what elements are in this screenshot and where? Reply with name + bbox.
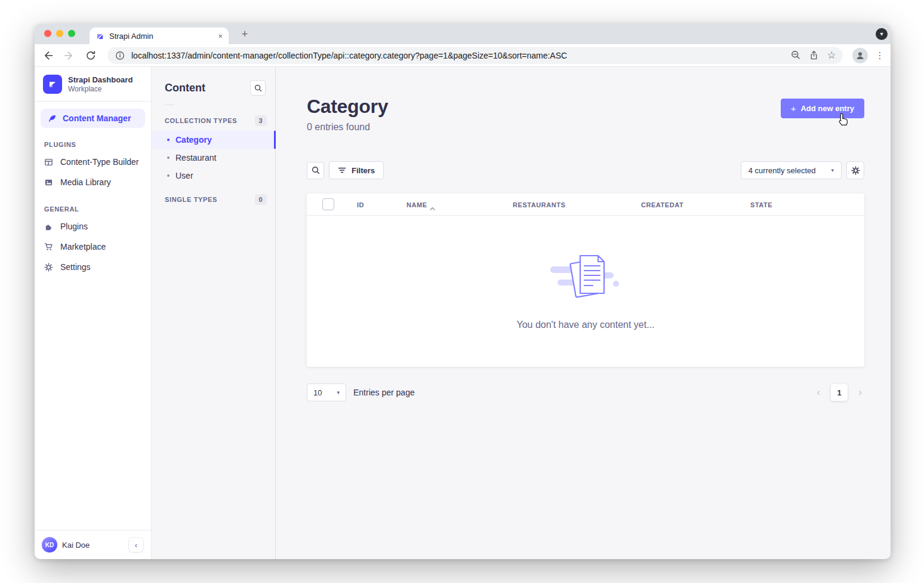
new-tab-button[interactable]: + <box>238 27 252 41</box>
filters-button[interactable]: Filters <box>329 161 384 179</box>
list-search-button[interactable] <box>307 162 324 179</box>
column-header-state[interactable]: STATE <box>750 201 772 208</box>
gear-icon <box>851 166 860 175</box>
sidebar-item-content-type-builder[interactable]: Content-Type Builder <box>35 152 151 172</box>
user-avatar: KD <box>42 537 57 553</box>
main-content: Category 0 entries found + Add new entry <box>276 67 891 559</box>
bullet-icon <box>167 139 170 141</box>
browser-tabstrip: Strapi Admin × + ▾ <box>35 24 891 44</box>
select-all-checkbox[interactable] <box>322 198 334 210</box>
filter-icon <box>338 166 346 174</box>
single-types-count-badge: 0 <box>255 194 267 205</box>
single-types-header: SINGLE TYPES 0 <box>152 194 275 205</box>
workspace-brand[interactable]: Strapi Dashboard Workplace <box>35 67 151 101</box>
user-name: Kai Doe <box>62 541 124 550</box>
browser-toolbar: localhost:1337/admin/content-manager/col… <box>35 44 891 67</box>
browser-window: Strapi Admin × + ▾ localhost:1337/admin/… <box>35 24 891 559</box>
puzzle-icon <box>44 222 53 231</box>
subnav-item-restaurant[interactable]: Restaurant <box>152 149 275 167</box>
sidebar-section-plugins: PLUGINS <box>35 128 151 152</box>
search-icon <box>312 166 320 174</box>
chevron-down-icon: ▾ <box>337 389 340 395</box>
pagination-bar: 10 ▾ Entries per page ‹ 1 › <box>307 383 864 401</box>
record-indicator-icon[interactable]: ▾ <box>876 28 888 40</box>
sidebar-section-general: GENERAL <box>35 192 151 216</box>
single-types-label: SINGLE TYPES <box>165 196 217 203</box>
browser-menu-icon[interactable]: ⋮ <box>875 50 885 61</box>
chevron-down-icon: ▾ <box>831 167 834 173</box>
columns-selected-value: 4 currently selected <box>749 166 816 175</box>
sidebar-item-plugins[interactable]: Plugins <box>35 216 151 237</box>
subnav-search-button[interactable] <box>250 80 266 96</box>
sidebar-item-label: Marketplace <box>60 242 106 251</box>
share-icon[interactable] <box>807 49 820 62</box>
sidebar-item-marketplace[interactable]: Marketplace <box>35 237 151 257</box>
back-button[interactable] <box>41 48 55 63</box>
address-bar[interactable]: localhost:1337/admin/content-manager/col… <box>107 47 843 64</box>
sidebar-item-label: Settings <box>60 262 91 272</box>
sidebar-item-settings[interactable]: Settings <box>35 257 151 277</box>
table-settings-button[interactable] <box>846 161 864 179</box>
column-header-createdat[interactable]: CREATEDAT <box>641 201 683 208</box>
strapi-favicon <box>96 32 104 41</box>
table-header-row: ID NAME RESTAURANTS CREATEDAT STATE <box>307 194 864 216</box>
empty-documents-illustration <box>550 253 621 302</box>
current-page-button[interactable]: 1 <box>831 384 848 401</box>
subnav-item-label: User <box>175 171 193 180</box>
sidebar-item-label: Content Manager <box>63 113 131 123</box>
next-page-button[interactable]: › <box>856 386 864 398</box>
sidebar-item-media-library[interactable]: Media Library <box>35 172 151 192</box>
reload-button[interactable] <box>84 48 98 63</box>
image-icon <box>44 178 53 187</box>
subnav-divider <box>165 105 174 105</box>
entries-found-text: 0 entries found <box>307 122 388 133</box>
subnav-item-category[interactable]: Category <box>152 131 275 149</box>
zoom-window-button[interactable] <box>68 30 75 37</box>
feather-icon <box>48 114 57 123</box>
subnav-item-user[interactable]: User <box>152 167 275 185</box>
url-text: localhost:1337/admin/content-manager/col… <box>131 51 784 60</box>
collection-types-header: COLLECTION TYPES 3 <box>152 115 275 126</box>
column-header-id[interactable]: ID <box>357 201 364 208</box>
zoom-page-icon[interactable] <box>789 49 802 62</box>
strapi-logo <box>43 75 62 94</box>
cart-icon <box>44 243 53 251</box>
page-size-select[interactable]: 10 ▾ <box>307 383 346 401</box>
bullet-icon <box>167 174 170 177</box>
sidebar-item-label: Content-Type Builder <box>60 157 139 167</box>
tab-strapi-admin[interactable]: Strapi Admin × <box>90 27 229 44</box>
bookmark-star-icon[interactable]: ☆ <box>825 49 838 62</box>
subnav-item-label: Category <box>175 135 212 145</box>
sidebar-item-content-manager[interactable]: Content Manager <box>41 109 145 128</box>
page-size-value: 10 <box>313 388 322 397</box>
subnav-item-label: Restaurant <box>175 153 216 162</box>
subnav-title: Content <box>165 82 205 94</box>
sort-asc-icon[interactable] <box>430 202 435 213</box>
collection-types-count-badge: 3 <box>255 115 267 126</box>
browser-profile-avatar[interactable] <box>852 48 868 63</box>
filters-label: Filters <box>352 166 375 175</box>
collapse-sidebar-button[interactable]: ‹ <box>128 537 144 553</box>
column-header-restaurants[interactable]: RESTAURANTS <box>513 201 565 208</box>
columns-selected-dropdown[interactable]: 4 currently selected ▾ <box>741 161 842 179</box>
workspace-name: Strapi Dashboard <box>68 75 133 85</box>
site-info-icon[interactable] <box>113 49 127 62</box>
collection-types-label: COLLECTION TYPES <box>165 117 237 124</box>
page-title: Category <box>307 96 388 118</box>
sidebar-user-footer[interactable]: KD Kai Doe ‹ <box>35 530 151 559</box>
gear-icon <box>44 263 53 272</box>
add-new-entry-label: Add new entry <box>800 104 854 113</box>
previous-page-button[interactable]: ‹ <box>814 386 823 398</box>
main-sidebar: Strapi Dashboard Workplace Content Manag… <box>35 67 152 559</box>
forward-button[interactable] <box>62 48 76 63</box>
cursor-pointer <box>837 112 850 127</box>
close-window-button[interactable] <box>44 30 51 37</box>
add-new-entry-button[interactable]: + Add new entry <box>781 99 864 118</box>
empty-state: You don't have any content yet... <box>307 216 864 367</box>
search-icon <box>254 84 262 92</box>
close-tab-icon[interactable]: × <box>218 32 223 41</box>
minimize-window-button[interactable] <box>56 30 63 37</box>
strapi-app: Strapi Dashboard Workplace Content Manag… <box>35 67 891 559</box>
column-header-name[interactable]: NAME <box>406 201 427 208</box>
entries-table: ID NAME RESTAURANTS CREATEDAT STATE <box>307 194 864 367</box>
